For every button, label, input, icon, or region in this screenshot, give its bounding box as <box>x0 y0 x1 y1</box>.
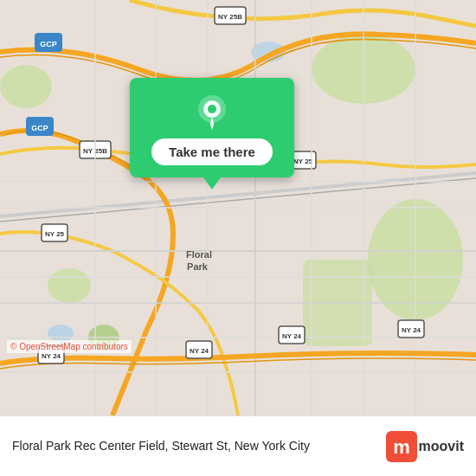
pin-icon <box>193 93 231 132</box>
svg-text:NY 24: NY 24 <box>282 332 302 340</box>
svg-point-4 <box>48 268 91 303</box>
svg-text:GCP: GCP <box>40 40 57 48</box>
moovit-icon: m <box>386 431 417 462</box>
svg-text:NY 25B: NY 25B <box>218 13 242 21</box>
svg-text:NY 25: NY 25 <box>45 230 65 238</box>
map-container: GCP GCP NY 25B NY 25B NY 25 NY 25 <box>0 0 476 415</box>
svg-text:NY 24: NY 24 <box>190 347 209 355</box>
svg-text:GCP: GCP <box>31 124 48 132</box>
location-text: Floral Park Rec Center Field, Stewart St… <box>12 438 386 453</box>
bottom-bar: Floral Park Rec Center Field, Stewart St… <box>0 415 476 476</box>
svg-text:Floral: Floral <box>186 249 212 260</box>
moovit-logo: m moovit <box>386 431 464 462</box>
svg-text:Park: Park <box>187 261 209 272</box>
svg-point-7 <box>48 325 74 342</box>
svg-text:NY 24: NY 24 <box>402 326 421 334</box>
svg-point-49 <box>208 105 216 113</box>
moovit-label: moovit <box>419 439 464 454</box>
svg-text:NY 25: NY 25 <box>293 158 313 165</box>
svg-text:m: m <box>393 436 410 458</box>
map-attribution: © OpenStreetMap contributors <box>7 340 132 353</box>
svg-point-3 <box>0 65 52 108</box>
attribution-text: © OpenStreetMap contributors <box>10 342 128 351</box>
location-callout: Take me there <box>130 78 294 177</box>
map-background: GCP GCP NY 25B NY 25B NY 25 NY 25 <box>0 0 476 415</box>
svg-text:NY 24: NY 24 <box>42 352 61 360</box>
take-me-there-button[interactable]: Take me there <box>151 138 273 165</box>
